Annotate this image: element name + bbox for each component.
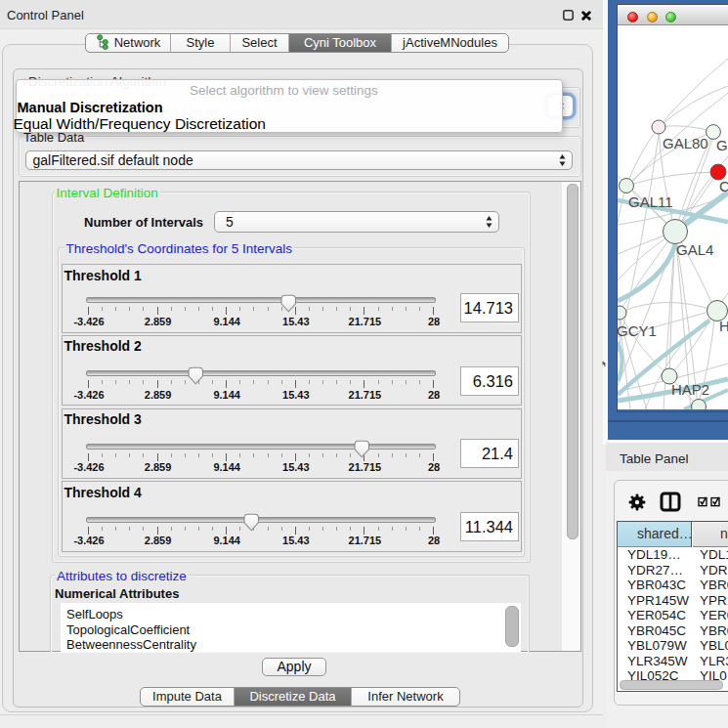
svg-text:H: H: [719, 318, 728, 334]
svg-text:HAP2: HAP2: [671, 381, 709, 398]
svg-text:GA: GA: [716, 137, 728, 153]
svg-text:GAL11: GAL11: [628, 193, 673, 210]
svg-text:GCY1: GCY1: [618, 322, 657, 339]
svg-text:GAL80: GAL80: [663, 135, 708, 151]
svg-text:GAL4: GAL4: [676, 241, 713, 258]
svg-text:C: C: [719, 178, 728, 194]
